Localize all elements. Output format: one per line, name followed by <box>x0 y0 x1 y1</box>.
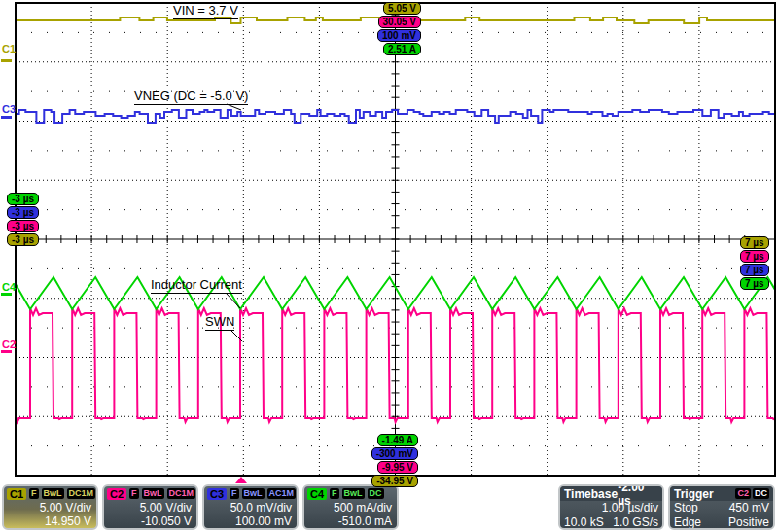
trigger-position-marker[interactable] <box>235 477 247 483</box>
filter-badge: F <box>330 488 339 499</box>
channel-chip-c2: C2 <box>107 488 126 500</box>
channel-descriptor-c2[interactable]: C2 F BwL DC1M 5.00 V/div -10.050 V <box>102 484 198 530</box>
cursor-readouts-right: 7 µs 7 µs 7 µs 7 µs <box>740 236 769 290</box>
volts-per-div: 5.00 V/div <box>4 501 96 514</box>
bandwidth-limit-badge: BwL <box>342 488 365 499</box>
channel-chip-c4: C4 <box>307 488 327 500</box>
cursor-readouts-left: -3 µs -3 µs -3 µs -3 µs <box>7 193 39 246</box>
volts-per-div: 500 mA/div <box>304 501 397 514</box>
bandwidth-limit-badge: BwL <box>242 488 265 499</box>
readout-pill: 7 µs <box>740 277 769 290</box>
channel-zero-tick-c3[interactable] <box>1 116 12 119</box>
channel-offset: -10.050 V <box>104 514 196 528</box>
readout-pill: 30.05 V <box>378 16 421 28</box>
channel-descriptor-c4[interactable]: C4 F BwL DC 500 mA/div -510.0 mA <box>302 484 399 530</box>
channel-offset: -510.0 mA <box>304 514 397 528</box>
trigger-mode: Stop <box>674 501 698 515</box>
readout-pill: 7 µs <box>740 250 769 263</box>
readout-pill: -34.95 V <box>371 475 418 487</box>
coupling-badge: DC1M <box>67 488 96 499</box>
filter-badge: F <box>129 488 139 499</box>
cursor-readouts-bottom: -1.49 A -300 mV -9.95 V -34.95 V <box>371 434 418 487</box>
readout-pill: -3 µs <box>7 193 39 205</box>
channel-zero-tick-c1[interactable] <box>1 59 12 62</box>
readout-pill: -3 µs <box>7 206 39 219</box>
readout-pill: -1.49 A <box>377 434 418 446</box>
sample-rate: 1.0 GS/s <box>613 515 658 530</box>
trigger-coupling-badge: DC <box>753 488 769 499</box>
filter-badge: F <box>29 488 39 499</box>
coupling-badge: DC1M <box>167 488 196 499</box>
cursor-readouts-top: 5.05 V 30.05 V 100 mV 2.51 A <box>377 2 421 55</box>
readout-pill: -9.95 V <box>377 461 418 474</box>
channel-offset: 100.00 mV <box>204 514 297 528</box>
swn-annotation: SWN <box>205 315 234 331</box>
trigger-kind: Edge <box>674 515 701 530</box>
channel-label-c4: C4 <box>2 281 16 293</box>
time-per-div: 1.00 µs/div <box>602 501 658 515</box>
sample-count: 10.0 kS <box>564 515 604 530</box>
readout-pill: 100 mV <box>377 29 421 42</box>
timebase-title: Timebase <box>564 487 618 501</box>
channel-chip-c3: C3 <box>207 488 227 500</box>
coupling-badge: AC1M <box>267 488 297 499</box>
vneg-annotation: VNEG (DC = -5.0 V) <box>134 89 248 105</box>
timebase-descriptor[interactable]: Timebase -2.00 µs 1.00 µs/div 10.0 kS 1.… <box>558 484 664 530</box>
volts-per-div: 50.0 mV/div <box>204 501 297 514</box>
readout-pill: -300 mV <box>371 447 418 460</box>
channel-chip-c1: C1 <box>7 488 26 500</box>
filter-badge: F <box>230 488 239 499</box>
bandwidth-limit-badge: BwL <box>142 488 164 499</box>
readout-pill: 7 µs <box>740 236 769 249</box>
channel-zero-tick-c2[interactable] <box>1 350 12 353</box>
channel-zero-tick-c4[interactable] <box>1 293 12 296</box>
trigger-descriptor[interactable]: Trigger C2 DC Stop 450 mV Edge Positive <box>668 484 775 530</box>
coupling-badge: DC <box>368 488 384 499</box>
channel-label-c3: C3 <box>2 103 16 115</box>
channel-label-c1: C1 <box>2 43 16 54</box>
readout-pill: -3 µs <box>7 233 39 246</box>
readout-pill: -3 µs <box>7 220 39 232</box>
readout-pill: 2.51 A <box>383 43 421 55</box>
channel-offset: 14.950 V <box>4 514 96 528</box>
channel-descriptor-c3[interactable]: C3 F BwL AC1M 50.0 mV/div 100.00 mV <box>202 484 299 530</box>
bandwidth-limit-badge: BwL <box>42 488 64 499</box>
oscilloscope-screen: VIN = 3.7 V VNEG (DC = -5.0 V) Inductor … <box>0 0 778 532</box>
readout-pill: 7 µs <box>740 264 769 276</box>
readout-pill: 5.05 V <box>383 2 421 15</box>
trigger-slope: Positive <box>728 515 769 530</box>
trigger-level: 450 mV <box>729 501 769 515</box>
volts-per-div: 5.00 V/div <box>104 501 196 514</box>
trigger-source-badge: C2 <box>735 488 751 499</box>
channel-label-c2: C2 <box>2 338 16 350</box>
waveform-display <box>0 0 778 477</box>
channel-descriptor-c1[interactable]: C1 F BwL DC1M 5.00 V/div 14.950 V <box>2 484 98 530</box>
vin-annotation: VIN = 3.7 V <box>173 4 238 19</box>
inductor-annotation: Inductor Current <box>151 278 242 294</box>
trigger-title: Trigger <box>674 487 714 501</box>
